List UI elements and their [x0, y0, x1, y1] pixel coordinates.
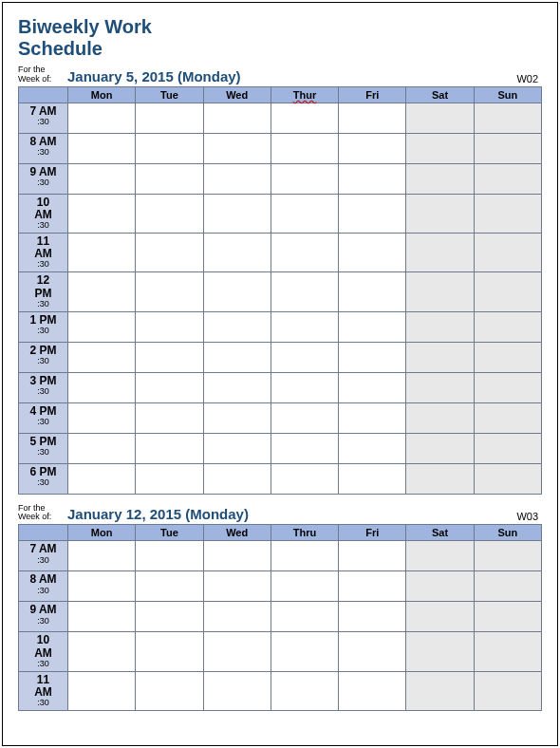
schedule-cell[interactable]: [406, 133, 474, 163]
schedule-cell[interactable]: [406, 342, 474, 372]
schedule-cell[interactable]: [68, 632, 136, 671]
schedule-cell[interactable]: [68, 671, 136, 710]
schedule-cell[interactable]: [271, 632, 338, 671]
schedule-cell[interactable]: [136, 571, 203, 602]
schedule-cell[interactable]: [136, 372, 203, 402]
schedule-cell[interactable]: [406, 234, 474, 272]
schedule-cell[interactable]: [68, 463, 136, 494]
schedule-cell[interactable]: [474, 632, 541, 671]
schedule-cell[interactable]: [271, 671, 338, 710]
schedule-cell[interactable]: [68, 133, 136, 163]
schedule-cell[interactable]: [136, 194, 203, 233]
schedule-cell[interactable]: [68, 402, 136, 433]
schedule-cell[interactable]: [339, 342, 406, 372]
schedule-cell[interactable]: [203, 602, 271, 632]
schedule-cell[interactable]: [203, 632, 271, 671]
schedule-cell[interactable]: [203, 234, 271, 272]
schedule-cell[interactable]: [339, 194, 406, 233]
schedule-cell[interactable]: [203, 133, 271, 163]
schedule-cell[interactable]: [203, 103, 271, 133]
schedule-cell[interactable]: [339, 602, 406, 632]
schedule-cell[interactable]: [203, 402, 271, 433]
schedule-cell[interactable]: [271, 433, 338, 463]
schedule-cell[interactable]: [68, 571, 136, 602]
schedule-cell[interactable]: [203, 311, 271, 342]
schedule-cell[interactable]: [339, 133, 406, 163]
schedule-cell[interactable]: [474, 311, 541, 342]
schedule-cell[interactable]: [406, 671, 474, 710]
schedule-cell[interactable]: [339, 103, 406, 133]
schedule-cell[interactable]: [203, 342, 271, 372]
schedule-cell[interactable]: [406, 463, 474, 494]
schedule-cell[interactable]: [339, 272, 406, 311]
schedule-cell[interactable]: [406, 571, 474, 602]
schedule-cell[interactable]: [136, 163, 203, 194]
schedule-cell[interactable]: [339, 463, 406, 494]
schedule-cell[interactable]: [68, 372, 136, 402]
schedule-cell[interactable]: [474, 272, 541, 311]
schedule-cell[interactable]: [203, 272, 271, 311]
schedule-cell[interactable]: [203, 194, 271, 233]
schedule-cell[interactable]: [406, 194, 474, 233]
schedule-cell[interactable]: [406, 632, 474, 671]
schedule-cell[interactable]: [136, 541, 203, 571]
schedule-cell[interactable]: [339, 372, 406, 402]
schedule-cell[interactable]: [203, 163, 271, 194]
schedule-cell[interactable]: [474, 234, 541, 272]
schedule-cell[interactable]: [406, 402, 474, 433]
schedule-cell[interactable]: [136, 311, 203, 342]
schedule-cell[interactable]: [339, 433, 406, 463]
schedule-cell[interactable]: [339, 541, 406, 571]
schedule-cell[interactable]: [406, 602, 474, 632]
schedule-cell[interactable]: [68, 194, 136, 233]
schedule-cell[interactable]: [339, 234, 406, 272]
schedule-cell[interactable]: [339, 571, 406, 602]
schedule-cell[interactable]: [474, 671, 541, 710]
schedule-cell[interactable]: [474, 342, 541, 372]
schedule-cell[interactable]: [68, 311, 136, 342]
schedule-cell[interactable]: [136, 342, 203, 372]
schedule-cell[interactable]: [406, 103, 474, 133]
schedule-cell[interactable]: [136, 103, 203, 133]
schedule-cell[interactable]: [474, 402, 541, 433]
schedule-cell[interactable]: [474, 194, 541, 233]
schedule-cell[interactable]: [68, 163, 136, 194]
schedule-cell[interactable]: [474, 602, 541, 632]
schedule-cell[interactable]: [271, 541, 338, 571]
schedule-cell[interactable]: [203, 671, 271, 710]
schedule-cell[interactable]: [136, 402, 203, 433]
schedule-cell[interactable]: [271, 342, 338, 372]
schedule-cell[interactable]: [68, 234, 136, 272]
schedule-cell[interactable]: [406, 311, 474, 342]
schedule-cell[interactable]: [203, 433, 271, 463]
schedule-cell[interactable]: [68, 602, 136, 632]
schedule-cell[interactable]: [68, 103, 136, 133]
schedule-cell[interactable]: [271, 402, 338, 433]
schedule-cell[interactable]: [474, 372, 541, 402]
schedule-cell[interactable]: [474, 133, 541, 163]
schedule-cell[interactable]: [339, 311, 406, 342]
schedule-cell[interactable]: [271, 194, 338, 233]
schedule-cell[interactable]: [203, 463, 271, 494]
schedule-cell[interactable]: [474, 103, 541, 133]
schedule-cell[interactable]: [136, 433, 203, 463]
schedule-cell[interactable]: [474, 463, 541, 494]
schedule-cell[interactable]: [406, 272, 474, 311]
schedule-cell[interactable]: [271, 372, 338, 402]
schedule-cell[interactable]: [406, 541, 474, 571]
schedule-cell[interactable]: [339, 632, 406, 671]
schedule-cell[interactable]: [474, 433, 541, 463]
schedule-cell[interactable]: [271, 571, 338, 602]
schedule-cell[interactable]: [271, 234, 338, 272]
schedule-cell[interactable]: [68, 541, 136, 571]
schedule-cell[interactable]: [136, 234, 203, 272]
schedule-cell[interactable]: [203, 541, 271, 571]
schedule-cell[interactable]: [474, 571, 541, 602]
schedule-cell[interactable]: [136, 632, 203, 671]
schedule-cell[interactable]: [203, 372, 271, 402]
schedule-cell[interactable]: [271, 311, 338, 342]
schedule-cell[interactable]: [339, 671, 406, 710]
schedule-cell[interactable]: [68, 342, 136, 372]
schedule-cell[interactable]: [136, 671, 203, 710]
schedule-cell[interactable]: [271, 463, 338, 494]
